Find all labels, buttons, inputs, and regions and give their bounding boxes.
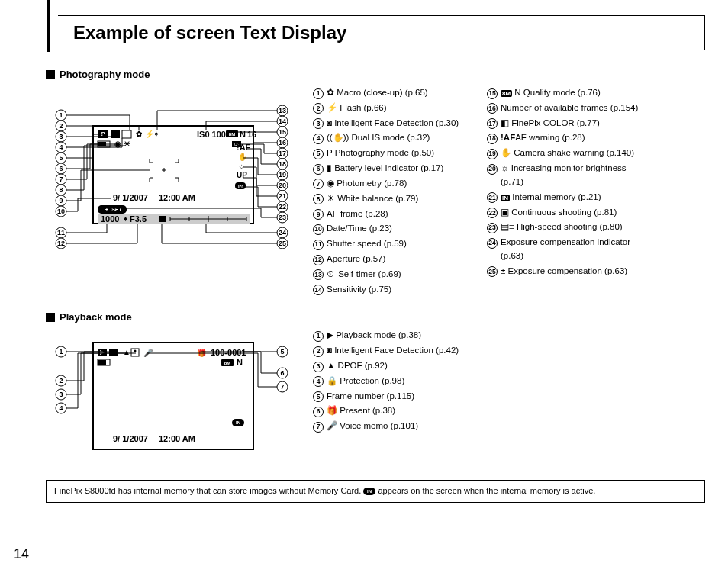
svg-text:7: 7 bbox=[59, 175, 63, 183]
legend-text: ☼ Increasing monitor brightness (p.71) bbox=[501, 162, 647, 189]
legend-number: 22 bbox=[487, 206, 498, 220]
legend-text: Frame number (p.115) bbox=[327, 390, 414, 404]
legend-item-5: 5Frame number (p.115) bbox=[313, 390, 511, 404]
legend-text: P Photography mode (p.50) bbox=[327, 146, 434, 160]
svg-text:4: 4 bbox=[59, 143, 63, 151]
legend-number: 2 bbox=[313, 344, 324, 358]
svg-text:6: 6 bbox=[59, 165, 63, 172]
svg-text:17: 17 bbox=[279, 150, 286, 157]
svg-text:⌖: ⌖ bbox=[153, 130, 159, 138]
playback-heading-label: Playback mode bbox=[60, 311, 132, 323]
legend-text: Sensitivity (p.75) bbox=[327, 283, 391, 297]
legend-item-21: 21IN Internal memory (p.21) bbox=[487, 191, 647, 204]
svg-text:2: 2 bbox=[59, 377, 63, 385]
svg-text:✋: ✋ bbox=[238, 152, 248, 162]
legend-text: ⏲ Self-timer (p.69) bbox=[327, 268, 401, 282]
legend-item-9: 9AF frame (p.28) bbox=[313, 208, 473, 221]
legend-number: 16 bbox=[487, 101, 498, 115]
legend-item-10: 10Date/Time (p.23) bbox=[313, 222, 473, 236]
legend-text: 🎤 Voice memo (p.101) bbox=[327, 420, 418, 433]
block-bullet-icon bbox=[46, 70, 55, 79]
legend-item-6: 6▮ Battery level indicator (p.17) bbox=[313, 162, 473, 175]
legend-number: 24 bbox=[487, 236, 498, 263]
legend-item-1: 1▶ Playback mode (p.38) bbox=[313, 329, 511, 343]
svg-text:3: 3 bbox=[59, 391, 63, 398]
legend-number: 7 bbox=[313, 420, 324, 433]
photography-legend: 1✿ Macro (close-up) (p.65)2⚡ Flash (p.66… bbox=[313, 86, 647, 298]
svg-text:4: 4 bbox=[59, 404, 63, 412]
legend-text: ((✋)) Dual IS mode (p.32) bbox=[327, 131, 430, 145]
legend-item-2: 2◙ Intelligent Face Detection (p.42) bbox=[313, 344, 511, 358]
legend-text: ⚡ Flash (p.66) bbox=[327, 101, 387, 115]
legend-item-24: 24Exposure compensation indicator (p.63) bbox=[487, 236, 647, 263]
playback-diagram: ▲ 🎤 🎁 100-0001 8M N IN 9/ 1/2007 12:00 A… bbox=[46, 329, 298, 466]
footnote-text-2: appears on the screen when the internal … bbox=[378, 486, 595, 495]
svg-rect-101 bbox=[98, 360, 106, 365]
photography-heading: Photography mode bbox=[46, 69, 705, 80]
legend-text: Aperture (p.57) bbox=[327, 253, 385, 266]
legend-number: 15 bbox=[487, 86, 498, 100]
legend-number: 3 bbox=[313, 359, 324, 373]
svg-text:8M: 8M bbox=[229, 132, 235, 137]
legend-number: 4 bbox=[313, 131, 324, 145]
legend-item-3: 3◙ Intelligent Face Detection (p.30) bbox=[313, 117, 473, 130]
svg-text:IN: IN bbox=[236, 420, 240, 425]
legend-text: ▮ Battery level indicator (p.17) bbox=[327, 162, 443, 175]
legend-item-20: 20☼ Increasing monitor brightness (p.71) bbox=[487, 162, 647, 189]
legend-number: 9 bbox=[313, 208, 324, 221]
legend-item-7: 7◉ Photometry (p.78) bbox=[313, 177, 473, 191]
svg-text:12: 12 bbox=[57, 240, 65, 247]
footnote-box: FinePix S8000fd has internal memory that… bbox=[46, 480, 705, 502]
svg-rect-34 bbox=[159, 216, 166, 222]
legend-number: 19 bbox=[487, 146, 498, 160]
legend-text: ▶ Playback mode (p.38) bbox=[327, 329, 421, 343]
legend-item-3: 3▲ DPOF (p.92) bbox=[313, 359, 511, 373]
svg-text:F3.5: F3.5 bbox=[130, 214, 147, 224]
legend-number: 18 bbox=[487, 131, 498, 145]
svg-text:12:00 AM: 12:00 AM bbox=[159, 193, 195, 202]
legend-item-11: 11Shutter speed (p.59) bbox=[313, 237, 473, 251]
legend-number: 23 bbox=[487, 220, 498, 234]
title-box: Example of screen Text Display bbox=[58, 15, 705, 50]
svg-text:5: 5 bbox=[280, 348, 284, 356]
legend-item-4: 4((✋)) Dual IS mode (p.32) bbox=[313, 131, 473, 145]
legend-item-2: 2⚡ Flash (p.66) bbox=[313, 101, 473, 115]
legend-text: ◧ FinePix COLOR (p.77) bbox=[501, 117, 600, 130]
svg-text:☼: ☼ bbox=[238, 162, 245, 170]
legend-item-6: 6🎁 Present (p.38) bbox=[313, 404, 511, 418]
svg-text:100-0001: 100-0001 bbox=[211, 348, 246, 357]
legend-item-16: 16Number of available frames (p.154) bbox=[487, 101, 647, 115]
svg-text:6: 6 bbox=[280, 369, 284, 377]
svg-text:20: 20 bbox=[279, 182, 286, 189]
svg-text:10: 10 bbox=[57, 208, 65, 215]
legend-text: ✿ Macro (close-up) (p.65) bbox=[327, 86, 428, 100]
legend-item-15: 158M N Quality mode (p.76) bbox=[487, 86, 647, 100]
svg-text:8: 8 bbox=[59, 186, 63, 194]
legend-text: ✋ Camera shake warning (p.140) bbox=[501, 146, 634, 160]
legend-number: 4 bbox=[313, 375, 324, 388]
svg-text:23: 23 bbox=[279, 214, 286, 221]
svg-rect-4 bbox=[122, 130, 131, 138]
svg-rect-93 bbox=[109, 349, 118, 356]
legend-number: 1 bbox=[313, 329, 324, 343]
playback-heading: Playback mode bbox=[46, 311, 705, 323]
footnote-text: FinePix S8000fd has internal memory that… bbox=[54, 486, 363, 495]
legend-item-19: 19✋ Camera shake warning (p.140) bbox=[487, 146, 647, 160]
legend-item-18: 18!AFAF warning (p.28) bbox=[487, 131, 647, 145]
legend-number: 6 bbox=[313, 404, 324, 418]
svg-text:1: 1 bbox=[59, 348, 63, 356]
legend-number: 3 bbox=[313, 117, 324, 130]
playback-legend: 1▶ Playback mode (p.38)2◙ Intelligent Fa… bbox=[313, 329, 511, 435]
block-bullet-icon bbox=[46, 313, 55, 322]
legend-text: AF frame (p.28) bbox=[327, 208, 388, 221]
legend-number: 25 bbox=[487, 265, 498, 278]
svg-text:24: 24 bbox=[279, 229, 286, 237]
svg-text:☀: ☀ bbox=[124, 140, 130, 148]
svg-text:9: 9 bbox=[59, 197, 63, 204]
legend-number: 21 bbox=[487, 191, 498, 204]
svg-text:12:00 AM: 12:00 AM bbox=[159, 434, 195, 443]
legend-text: ◙ Intelligent Face Detection (p.30) bbox=[327, 117, 459, 130]
legend-number: 14 bbox=[313, 283, 324, 297]
svg-text:SET: SET bbox=[111, 207, 122, 212]
svg-text:IN: IN bbox=[238, 184, 243, 188]
